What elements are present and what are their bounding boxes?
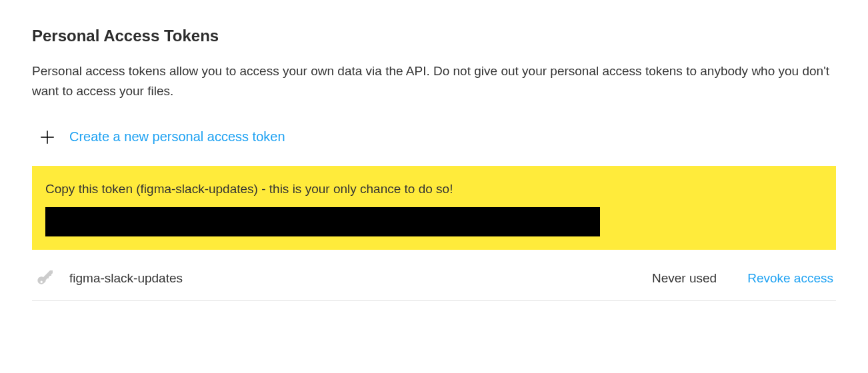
section-title: Personal Access Tokens <box>32 27 836 45</box>
token-row: figma-slack-updates Never used Revoke ac… <box>32 256 836 301</box>
key-icon <box>35 267 57 290</box>
section-description: Personal access tokens allow you to acce… <box>32 61 832 102</box>
token-usage: Never used <box>652 271 717 286</box>
create-token-link[interactable]: Create a new personal access token <box>69 129 285 145</box>
token-name: figma-slack-updates <box>69 271 640 286</box>
notice-message: Copy this token (figma-slack-updates) - … <box>45 182 823 196</box>
revoke-access-link[interactable]: Revoke access <box>747 271 833 286</box>
token-value-redacted[interactable] <box>45 207 600 236</box>
plus-icon <box>39 129 56 146</box>
new-token-notice: Copy this token (figma-slack-updates) - … <box>32 166 836 250</box>
create-token-row: Create a new personal access token <box>32 129 836 146</box>
